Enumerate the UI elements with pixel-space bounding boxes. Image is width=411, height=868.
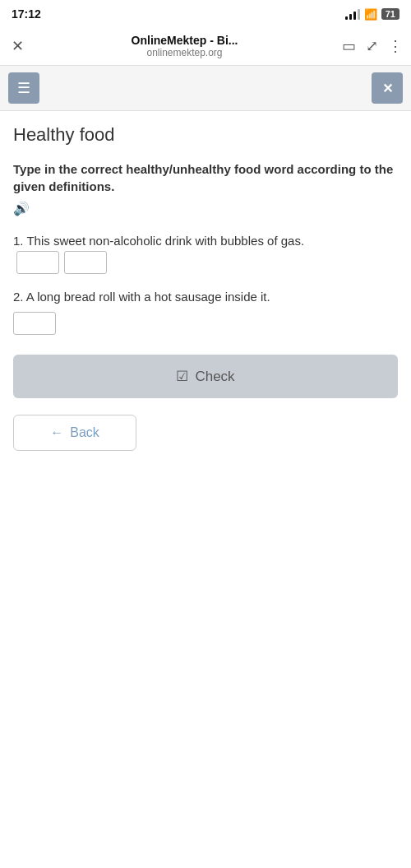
more-icon[interactable]: ⋮ bbox=[388, 37, 403, 55]
bookmark-icon[interactable]: ▭ bbox=[342, 37, 356, 55]
question-1: 1. This sweet non-alcoholic drink with b… bbox=[13, 231, 398, 274]
browser-url-area: OnlineMektep - Bi... onlinemektep.org bbox=[34, 34, 335, 58]
sound-icon[interactable]: 🔊 bbox=[13, 200, 30, 218]
browser-url: onlinemektep.org bbox=[146, 47, 222, 58]
wifi-icon: 📶 bbox=[364, 8, 377, 21]
browser-title: OnlineMektep - Bi... bbox=[132, 34, 238, 47]
page-title: Healthy food bbox=[13, 124, 398, 146]
back-button[interactable]: ← Back bbox=[13, 415, 136, 451]
battery-indicator: 71 bbox=[381, 8, 399, 20]
question-1-input-1[interactable] bbox=[16, 251, 59, 274]
question-2-text: 2. A long bread roll with a hot sausage … bbox=[13, 287, 398, 307]
close-x-button[interactable]: ✕ bbox=[372, 72, 403, 104]
question-1-inputs bbox=[16, 251, 107, 274]
share-icon[interactable]: ⤢ bbox=[366, 37, 378, 55]
instructions: Type in the correct healthy/unhealthy fo… bbox=[13, 160, 398, 218]
back-arrow-icon: ← bbox=[50, 425, 63, 440]
status-icons: 📶 71 bbox=[345, 8, 399, 21]
browser-close-button[interactable]: ✕ bbox=[8, 35, 27, 57]
browser-bar: ✕ OnlineMektep - Bi... onlinemektep.org … bbox=[0, 26, 411, 66]
question-2-inputs bbox=[13, 312, 398, 335]
toolbar: ☰ ✕ bbox=[0, 66, 411, 111]
instructions-text: Type in the correct healthy/unhealthy fo… bbox=[13, 160, 398, 195]
browser-actions: ▭ ⤢ ⋮ bbox=[342, 37, 403, 55]
back-label: Back bbox=[70, 425, 99, 440]
question-2-input-1[interactable] bbox=[13, 312, 56, 335]
status-time: 17:12 bbox=[12, 7, 41, 21]
page-content: Healthy food Type in the correct healthy… bbox=[0, 111, 411, 476]
status-bar: 17:12 📶 71 bbox=[0, 0, 411, 26]
hamburger-button[interactable]: ☰ bbox=[8, 72, 39, 104]
check-label: Check bbox=[195, 369, 234, 385]
question-1-text: 1. This sweet non-alcoholic drink with b… bbox=[13, 234, 304, 248]
check-button[interactable]: ☑ Check bbox=[13, 355, 398, 398]
check-icon: ☑ bbox=[176, 368, 188, 385]
question-1-input-2[interactable] bbox=[64, 251, 107, 274]
signal-icon bbox=[345, 9, 360, 20]
question-2: 2. A long bread roll with a hot sausage … bbox=[13, 287, 398, 335]
